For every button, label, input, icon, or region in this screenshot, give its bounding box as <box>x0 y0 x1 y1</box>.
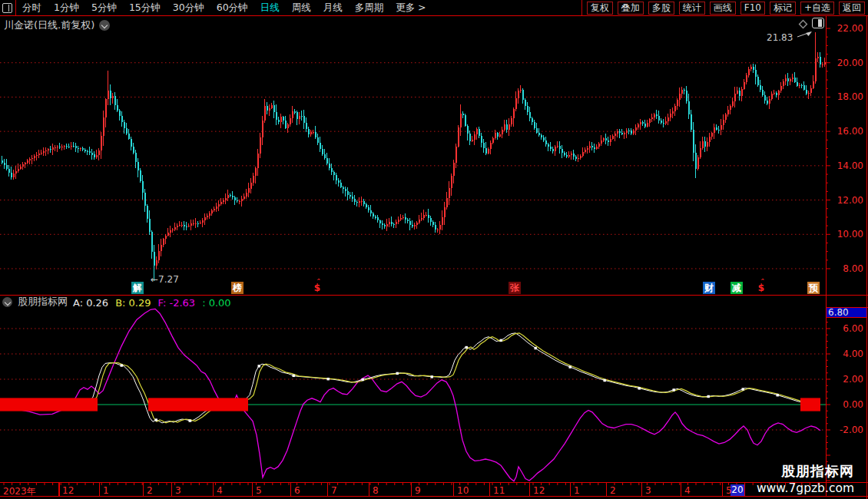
tool-button-叠加[interactable]: 叠加 <box>618 2 644 15</box>
panel-layout-icon[interactable] <box>812 18 824 28</box>
event-badge-row: 解榜$ˆ张财减$ˆ预 <box>0 282 826 295</box>
chart-title-row: 川金诺(日线.前复权) <box>4 18 110 32</box>
tool-button-复权[interactable]: 复权 <box>587 2 613 15</box>
indicator-axis-label: 0.00 <box>823 399 863 410</box>
year-label: 2023年 <box>3 485 36 498</box>
month-label: 12 <box>62 485 74 496</box>
tool-button-+自选[interactable]: +自选 <box>800 2 834 15</box>
period-menu: 分时1分钟5分钟15分钟30分钟60分钟日线周线月线多周期更多 > <box>15 0 581 15</box>
indicator-name[interactable]: 股朋指标网 <box>18 295 68 309</box>
watermark-site-name: 股朋指标网 <box>757 462 854 481</box>
event-badge[interactable]: $ˆ <box>755 282 767 294</box>
indicator-param: F: -2.63 <box>158 297 196 309</box>
period-tab-1分钟[interactable]: 1分钟 <box>54 2 79 15</box>
month-label: 7 <box>331 485 337 496</box>
event-badge[interactable]: 预 <box>807 282 820 294</box>
event-badge[interactable]: 减 <box>731 282 743 294</box>
tool-button-标记[interactable]: 标记 <box>770 2 796 15</box>
period-tab-月线[interactable]: 月线 <box>323 2 343 15</box>
period-tab-分时[interactable]: 分时 <box>22 2 41 15</box>
period-tab-30分钟[interactable]: 30分钟 <box>173 2 204 15</box>
chevron-down-icon[interactable] <box>99 20 110 31</box>
event-badge[interactable]: 财 <box>703 282 715 294</box>
price-axis-label: 14.00 <box>823 160 863 171</box>
tool-menu: 复权叠加多股统计画线F10标记+自选返回 <box>581 0 868 15</box>
stock-app-window: 分时1分钟5分钟15分钟30分钟60分钟日线周线月线多周期更多 > 复权叠加多股… <box>0 0 868 499</box>
diamond-icon[interactable] <box>797 18 808 29</box>
month-label: 8 <box>373 485 379 496</box>
current-period-highlight: 20 <box>731 484 744 496</box>
indicator-values: A: 0.26B: 0.29F: -2.63: 0.00 <box>73 295 238 309</box>
month-label: 11 <box>493 485 505 496</box>
stock-title: 川金诺(日线.前复权) <box>4 18 94 32</box>
period-tab-60分钟[interactable]: 60分钟 <box>217 2 248 15</box>
tool-button-统计[interactable]: 统计 <box>679 2 705 15</box>
month-label: 2 <box>610 485 616 496</box>
indicator-param: B: 0.29 <box>115 297 151 309</box>
event-badge[interactable]: 解 <box>131 282 144 294</box>
period-tab-15分钟[interactable]: 15分钟 <box>129 2 161 15</box>
chart-canvas[interactable] <box>0 0 868 499</box>
indicator-axis-label: -2.00 <box>823 425 863 435</box>
period-tab-5分钟[interactable]: 5分钟 <box>91 2 117 15</box>
month-label: 2 <box>147 485 153 496</box>
tool-button-多股[interactable]: 多股 <box>648 2 674 15</box>
month-label: 3 <box>645 485 651 496</box>
month-label: 9 <box>415 485 421 496</box>
price-axis-label: 16.00 <box>823 126 863 137</box>
indicator-axis-label: 2.00 <box>823 374 863 385</box>
price-axis-label: 20.00 <box>823 58 863 68</box>
month-label: 3 <box>175 485 181 496</box>
month-label: 1 <box>103 485 109 496</box>
month-label: 5 <box>256 485 262 496</box>
indicator-header: 股朋指标网 A: 0.26B: 0.29F: -2.63: 0.00 <box>2 296 238 307</box>
tool-button-画线[interactable]: 画线 <box>710 2 736 15</box>
indicator-param: A: 0.26 <box>73 297 108 309</box>
period-tab-周线[interactable]: 周线 <box>292 2 311 15</box>
indicator-param: : 0.00 <box>202 297 230 309</box>
price-axis-label: 10.00 <box>823 229 863 240</box>
event-badge[interactable]: 张 <box>509 282 521 294</box>
tool-button-返回[interactable]: 返回 <box>839 2 865 15</box>
chevron-down-icon[interactable] <box>2 297 12 307</box>
period-tab-日线[interactable]: 日线 <box>260 2 280 15</box>
high-price-annotation: 21.83 <box>767 32 793 43</box>
time-axis[interactable]: 2023年 20 1212345678910111212345 <box>0 483 868 499</box>
period-tab-更多 >[interactable]: 更多 > <box>396 2 426 15</box>
indicator-axis-label: 4.00 <box>823 349 863 359</box>
period-tab-多周期[interactable]: 多周期 <box>355 2 384 15</box>
tool-button-F10[interactable]: F10 <box>740 2 765 15</box>
month-label: 6 <box>294 485 300 496</box>
indicator-top-value: 6.80 <box>827 308 866 318</box>
indicator-axis-label: 6.00 <box>823 323 863 334</box>
month-label: 4 <box>217 485 223 496</box>
month-label: 10 <box>457 485 469 496</box>
watermark: 股朋指标网 www.7gpzb.com <box>757 462 854 495</box>
price-axis-label: 18.00 <box>823 91 863 102</box>
month-label: 12 <box>533 485 545 496</box>
price-axis-label: 8.00 <box>823 263 863 274</box>
price-axis-label: 12.00 <box>823 195 863 206</box>
event-badge[interactable]: 榜 <box>231 282 244 294</box>
price-axis-label: 22.00 <box>823 23 863 34</box>
window-split-icon[interactable] <box>2 3 12 13</box>
event-badge[interactable]: $ˆ <box>311 282 323 294</box>
month-label: 1 <box>574 485 580 496</box>
watermark-url: www.7gpzb.com <box>757 481 854 495</box>
month-label: 4 <box>684 485 691 496</box>
top-menu-bar: 分时1分钟5分钟15分钟30分钟60分钟日线周线月线多周期更多 > 复权叠加多股… <box>0 0 868 16</box>
month-label: 5 <box>726 485 732 496</box>
